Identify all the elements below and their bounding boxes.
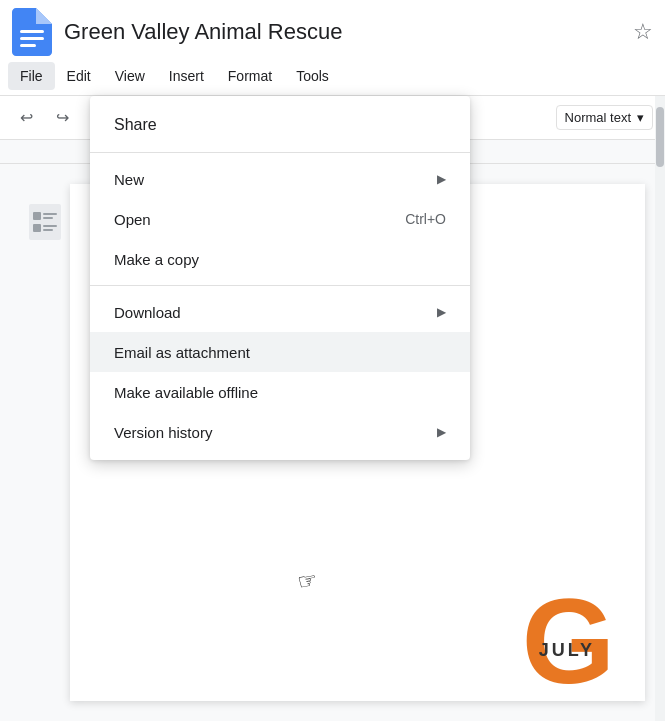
svg-rect-2 (20, 44, 36, 47)
sidebar-outline-icon (29, 204, 61, 240)
svg-rect-1 (20, 37, 44, 40)
title-bar: Green Valley Animal Rescue ☆ (0, 0, 665, 56)
chevron-down-icon: ▾ (637, 110, 644, 125)
redo-button[interactable]: ↪ (48, 104, 76, 132)
new-label: New (114, 171, 144, 188)
divider-2 (90, 285, 470, 286)
svg-rect-0 (20, 30, 44, 33)
svg-rect-7 (33, 224, 41, 232)
svg-rect-3 (29, 204, 61, 240)
divider-1 (90, 152, 470, 153)
open-label: Open (114, 211, 151, 228)
open-shortcut: Ctrl+O (405, 211, 446, 227)
menu-item-view[interactable]: View (103, 62, 157, 90)
menu-item-new[interactable]: New ▶ (90, 159, 470, 199)
undo-button[interactable]: ↩ (12, 104, 40, 132)
menu-item-open[interactable]: Open Ctrl+O (90, 199, 470, 239)
svg-rect-4 (33, 212, 41, 220)
menu-item-make-offline[interactable]: Make available offline (90, 372, 470, 412)
menu-item-edit[interactable]: Edit (55, 62, 103, 90)
version-history-label: Version history (114, 424, 212, 441)
menu-item-download[interactable]: Download ▶ (90, 292, 470, 332)
normal-text-label: Normal text (565, 110, 631, 125)
svg-rect-6 (43, 217, 53, 219)
make-copy-label: Make a copy (114, 251, 199, 268)
normal-text-dropdown[interactable]: Normal text ▾ (556, 105, 653, 130)
share-label: Share (114, 116, 157, 134)
menu-bar: File Edit View Insert Format Tools (0, 56, 665, 96)
menu-item-share[interactable]: Share (90, 104, 470, 146)
arrow-right-icon: ▶ (437, 172, 446, 186)
scrollbar-track (655, 96, 665, 721)
menu-item-email-attachment[interactable]: Email as attachment (90, 332, 470, 372)
menu-item-insert[interactable]: Insert (157, 62, 216, 90)
menu-item-file[interactable]: File (8, 62, 55, 90)
download-label: Download (114, 304, 181, 321)
star-icon[interactable]: ☆ (633, 19, 653, 45)
menu-item-format[interactable]: Format (216, 62, 284, 90)
menu-item-version-history[interactable]: Version history ▶ (90, 412, 470, 452)
svg-rect-5 (43, 213, 57, 215)
svg-rect-9 (43, 229, 53, 231)
menu-item-make-copy[interactable]: Make a copy (90, 239, 470, 279)
svg-rect-8 (43, 225, 57, 227)
download-arrow-icon: ▶ (437, 305, 446, 319)
version-history-arrow-icon: ▶ (437, 425, 446, 439)
scrollbar-thumb[interactable] (656, 107, 664, 167)
document-july-text: JULY (539, 640, 595, 661)
document-sidebar (20, 184, 70, 701)
file-dropdown-menu: Share New ▶ Open Ctrl+O Make a copy Down… (90, 96, 470, 460)
email-attachment-label: Email as attachment (114, 344, 250, 361)
make-offline-label: Make available offline (114, 384, 258, 401)
document-title: Green Valley Animal Rescue (64, 19, 625, 45)
menu-item-tools[interactable]: Tools (284, 62, 341, 90)
docs-app-icon (12, 8, 52, 56)
